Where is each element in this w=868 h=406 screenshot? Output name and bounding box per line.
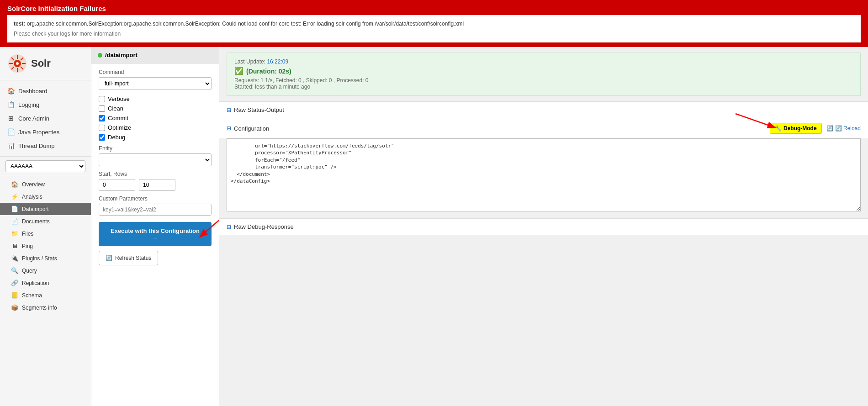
sidebar-nav: 🏠 Dashboard 📋 Logging ⊞ Core Admin 📄 Jav… bbox=[0, 80, 91, 156]
solr-logo-icon bbox=[7, 53, 27, 74]
sidebar-item-logging[interactable]: 📋 Logging bbox=[0, 98, 91, 111]
sidebar-item-ping[interactable]: 🖥 Ping bbox=[0, 240, 91, 252]
sidebar-item-segments-info[interactable]: 📦 Segments info bbox=[0, 301, 91, 314]
custom-params-label: Custom Parameters bbox=[99, 195, 212, 202]
sidebar-item-analysis[interactable]: ⚡ Analysis → bbox=[0, 190, 91, 203]
sidebar-item-label: Java Properties bbox=[18, 129, 59, 136]
sidebar-item-label: Logging bbox=[18, 101, 39, 108]
command-select[interactable]: full-import delta-import status reload-c… bbox=[99, 77, 212, 90]
sub-nav-label: Dataimport bbox=[22, 206, 49, 212]
sidebar-item-java-properties[interactable]: 📄 Java Properties bbox=[0, 125, 91, 139]
verbose-text: Verbose bbox=[108, 95, 130, 102]
execute-btn[interactable]: Execute with this Configuration → bbox=[99, 222, 212, 246]
sub-nav: 🏠 Overview ⚡ Analysis → 📄 Dataimport 📄 D… bbox=[0, 176, 91, 316]
debug-checkbox-group: Debug bbox=[99, 134, 212, 141]
commit-label[interactable]: Commit bbox=[99, 115, 212, 121]
debug-mode-label: Debug-Mode bbox=[783, 125, 817, 132]
entity-select[interactable] bbox=[99, 153, 212, 166]
refresh-btn[interactable]: 🔄 Refresh Status bbox=[99, 251, 158, 265]
sidebar-item-dataimport[interactable]: 📄 Dataimport bbox=[0, 203, 91, 215]
sidebar-item-schema[interactable]: 📒 Schema bbox=[0, 289, 91, 301]
debug-label[interactable]: Debug bbox=[99, 134, 212, 141]
sidebar-item-dashboard[interactable]: 🏠 Dashboard bbox=[0, 84, 91, 98]
commit-checkbox[interactable] bbox=[99, 115, 105, 121]
sidebar-item-thread-dump[interactable]: 📊 Thread Dump bbox=[0, 139, 91, 153]
sidebar-item-files[interactable]: 📁 Files bbox=[0, 227, 91, 240]
configuration-section[interactable]: ⊟ Configuration 🔧 bbox=[219, 118, 868, 138]
raw-status-label: Raw Status-Output bbox=[234, 106, 284, 113]
command-label: Command bbox=[99, 69, 212, 75]
error-banner-body: test: org.apache.solr.common.SolrExcepti… bbox=[7, 15, 861, 42]
dataimport-path: /dataimport bbox=[105, 52, 138, 58]
start-input[interactable] bbox=[99, 179, 135, 191]
custom-params-input[interactable] bbox=[99, 204, 212, 216]
command-group: Command full-import delta-import status … bbox=[99, 69, 212, 90]
optimize-label[interactable]: Optimize bbox=[99, 124, 212, 131]
commit-checkbox-group: Commit bbox=[99, 115, 212, 121]
dashboard-icon: 🏠 bbox=[7, 87, 15, 95]
error-message: org.apache.solr.common.SolrException:org… bbox=[25, 21, 464, 27]
start-rows-group: Start, Rows bbox=[99, 171, 212, 191]
config-header-right: 🔧 Debug-Mode 🔄 🔄 Reload bbox=[770, 123, 861, 134]
clean-checkbox[interactable] bbox=[99, 105, 105, 112]
verbose-checkbox[interactable] bbox=[99, 96, 105, 102]
rows-input[interactable] bbox=[139, 179, 175, 191]
core-admin-icon: ⊞ bbox=[7, 115, 15, 122]
status-update: Last Update: 16:22:09 bbox=[234, 58, 853, 65]
sub-nav-label: Ping bbox=[22, 243, 33, 249]
entity-group: Entity bbox=[99, 145, 212, 166]
sidebar-item-replication[interactable]: 🔗 Replication bbox=[0, 277, 91, 289]
arrow-annotation-1: → bbox=[0, 192, 1, 201]
svg-point-2 bbox=[16, 62, 19, 65]
error-banner-title: SolrCore Initialization Failures bbox=[7, 5, 861, 12]
clean-label[interactable]: Clean bbox=[99, 105, 212, 112]
segments-icon: 📦 bbox=[11, 304, 18, 311]
controls-body: Command full-import delta-import status … bbox=[91, 63, 219, 271]
error-note: Please check your logs for more informat… bbox=[14, 30, 854, 38]
raw-debug-section[interactable]: ⊟ Raw Debug-Response bbox=[219, 218, 868, 235]
controls-panel: /dataimport Command full-import delta-im… bbox=[91, 47, 219, 406]
config-textarea[interactable]: url="https://stackoverflow.com/feeds/tag… bbox=[227, 138, 861, 211]
debug-text: Debug bbox=[108, 134, 125, 141]
config-content-section: url="https://stackoverflow.com/feeds/tag… bbox=[219, 138, 868, 218]
sidebar-item-label: Dashboard bbox=[18, 88, 48, 95]
content-area: /dataimport Command full-import delta-im… bbox=[91, 47, 868, 406]
sidebar-item-overview[interactable]: 🏠 Overview bbox=[0, 178, 91, 190]
thread-dump-icon: 📊 bbox=[7, 142, 15, 149]
sub-nav-label: Segments info bbox=[22, 305, 57, 311]
sidebar-item-plugins-stats[interactable]: 🔌 Plugins / Stats bbox=[0, 252, 91, 264]
optimize-checkbox[interactable] bbox=[99, 125, 105, 131]
core-select[interactable]: AAAAAA bbox=[5, 160, 85, 172]
java-properties-icon: 📄 bbox=[7, 128, 15, 136]
start-rows-label: Start, Rows bbox=[99, 171, 212, 177]
raw-debug-toggle: ⊟ bbox=[227, 224, 231, 230]
query-icon: 🔍 bbox=[11, 267, 18, 274]
reload-btn[interactable]: 🔄 🔄 Reload bbox=[826, 125, 861, 132]
sidebar-item-query[interactable]: 🔍 Query bbox=[0, 264, 91, 277]
error-banner: SolrCore Initialization Failures test: o… bbox=[0, 0, 868, 47]
debug-checkbox[interactable] bbox=[99, 134, 105, 141]
sub-nav-label: Overview bbox=[22, 181, 45, 188]
files-icon: 📁 bbox=[11, 230, 18, 237]
status-duration: ✅ (Duration: 02s) bbox=[234, 67, 853, 75]
debug-mode-icon: 🔧 bbox=[775, 125, 782, 132]
status-time-link[interactable]: 16:22:09 bbox=[267, 58, 288, 65]
clean-text: Clean bbox=[108, 105, 123, 112]
verbose-label[interactable]: Verbose bbox=[99, 95, 212, 102]
right-panel: Last Update: 16:22:09 ✅ (Duration: 02s) … bbox=[219, 47, 868, 406]
sidebar-item-documents[interactable]: 📄 Documents bbox=[0, 215, 91, 227]
raw-status-section[interactable]: ⊟ Raw Status-Output bbox=[219, 101, 868, 118]
sub-nav-label: Documents bbox=[22, 218, 50, 225]
sidebar-item-core-admin[interactable]: ⊞ Core Admin bbox=[0, 111, 91, 125]
execute-btn-arrow: → bbox=[153, 235, 158, 241]
debug-mode-btn[interactable]: 🔧 Debug-Mode bbox=[770, 123, 822, 134]
dataimport-header: /dataimport bbox=[91, 47, 219, 63]
start-rows-inputs bbox=[99, 179, 212, 191]
sub-nav-label: Analysis bbox=[22, 194, 42, 200]
optimize-text: Optimize bbox=[108, 124, 131, 131]
raw-debug-label: Raw Debug-Response bbox=[234, 223, 294, 230]
refresh-icon: 🔄 bbox=[106, 255, 112, 261]
documents-icon: 📄 bbox=[11, 218, 18, 225]
sub-nav-label: Replication bbox=[22, 280, 49, 286]
core-selector[interactable]: AAAAAA bbox=[0, 156, 91, 176]
